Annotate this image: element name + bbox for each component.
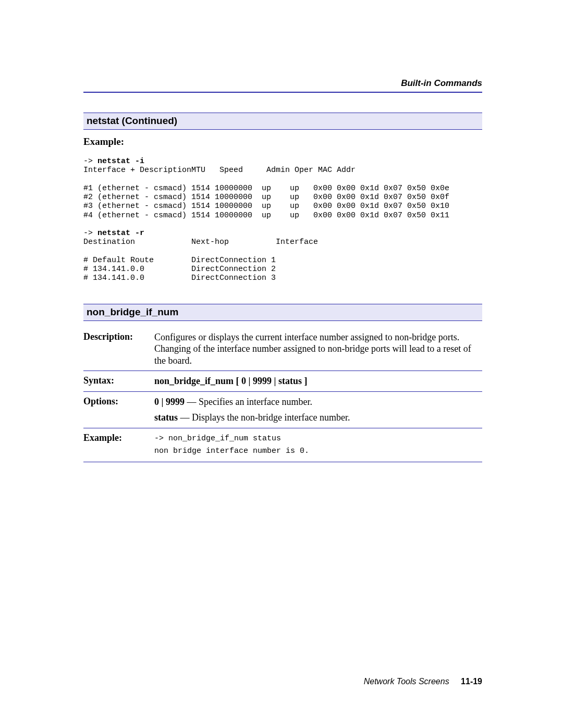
section-heading-netstat: netstat (Continued) [83, 113, 482, 130]
table-row: Syntax: non_bridge_if_num [ 0 | 9999 | s… [83, 371, 482, 392]
output-line: #4 (ethernet - csmacd) 1514 10000000 up … [83, 211, 449, 220]
command: netstat -i [97, 157, 144, 166]
row-label-options: Options: [83, 391, 154, 428]
prompt: -> [83, 229, 97, 238]
output-line: Destination Next-hop Interface [83, 238, 318, 246]
example-label: Example: [83, 136, 482, 147]
table-row: Description: Configures or displays the … [83, 327, 482, 371]
row-label-description: Description: [83, 327, 154, 371]
row-label-example: Example: [83, 428, 154, 462]
footer-page-number: 11-19 [461, 677, 482, 686]
output-line: # 134.141.0.0 DirectConnection 2 [83, 265, 276, 274]
output-line: #1 (ethernet - csmacd) 1514 10000000 up … [83, 184, 449, 193]
option-text: — Specifies an interface number. [185, 397, 312, 407]
option-key: status [154, 412, 178, 423]
table-row: Options: 0 | 9999 — Specifies an interfa… [83, 391, 482, 428]
definition-table: Description: Configures or displays the … [83, 327, 482, 462]
section-heading-non-bridge: non_bridge_if_num [83, 304, 482, 321]
option-line: 0 | 9999 — Specifies an interface number… [154, 396, 482, 408]
prompt: -> [83, 157, 97, 166]
example-code: -> non_bridge_if_num status non bridge i… [154, 433, 482, 458]
syntax-text: non_bridge_if_num [ 0 | 9999 | status ] [154, 376, 307, 386]
command: non_bridge_if_num status [168, 434, 281, 443]
row-label-syntax: Syntax: [83, 371, 154, 392]
netstat-example-block: -> netstat -i Interface + DescriptionMTU… [83, 157, 482, 283]
output-line: # Default Route DirectConnection 1 [83, 256, 276, 265]
command: netstat -r [97, 229, 144, 238]
table-row: Example: -> non_bridge_if_num status non… [83, 428, 482, 462]
option-key: 0 | 9999 [154, 397, 185, 407]
output-line: Interface + DescriptionMTU Speed Admin O… [83, 166, 356, 175]
row-body-options: 0 | 9999 — Specifies an interface number… [154, 391, 482, 428]
row-body-syntax: non_bridge_if_num [ 0 | 9999 | status ] [154, 371, 482, 392]
running-head: Built-in Commands [83, 78, 482, 93]
row-body-description: Configures or displays the current inter… [154, 327, 482, 371]
page: Built-in Commands netstat (Continued) Ex… [0, 0, 563, 728]
option-text: — Displays the non-bridge interface numb… [178, 412, 350, 423]
output-line: #2 (ethernet - csmacd) 1514 10000000 up … [83, 193, 449, 202]
output-line: non bridge interface number is 0. [154, 447, 309, 455]
footer-title: Network Tools Screens [364, 677, 449, 686]
row-body-example: -> non_bridge_if_num status non bridge i… [154, 428, 482, 462]
output-line: # 134.141.0.0 DirectConnection 3 [83, 274, 276, 282]
option-line: status — Displays the non-bridge interfa… [154, 412, 482, 424]
output-line: #3 (ethernet - csmacd) 1514 10000000 up … [83, 202, 449, 211]
prompt: -> [154, 434, 168, 443]
page-footer: Network Tools Screens 11-19 [83, 677, 482, 686]
